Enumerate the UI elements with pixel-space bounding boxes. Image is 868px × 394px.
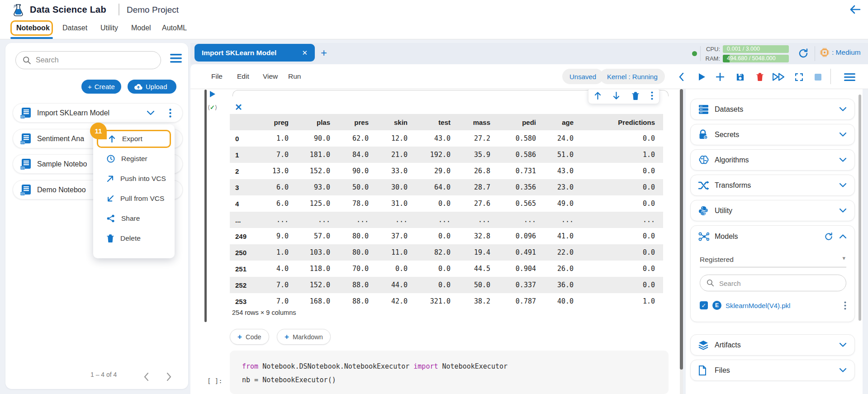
cell-more-options-icon[interactable]: [651, 91, 653, 100]
models-search[interactable]: [700, 275, 846, 291]
panel-section-artifacts[interactable]: Artifacts: [690, 334, 855, 356]
table-row: 01.090.062.012.043.027.20.58024.00.0: [230, 130, 663, 147]
output-close-icon[interactable]: ✕: [235, 102, 242, 113]
tab-close-icon[interactable]: ✕: [302, 49, 308, 57]
save-notebook-icon[interactable]: [733, 70, 747, 84]
delete-cell-trash-icon[interactable]: [753, 70, 767, 84]
python-icon: [698, 206, 709, 216]
chevron-down-icon: [840, 183, 846, 187]
table-cell: 192.0: [416, 147, 459, 163]
tab-title: Import SKLearn Model: [202, 49, 276, 57]
add-cell-icon[interactable]: [713, 70, 727, 84]
chevron-down-icon: [840, 209, 846, 213]
model-list-item: ✓ E SklearnModel(V4).pkl: [700, 296, 846, 314]
chevron-left-icon[interactable]: [674, 70, 688, 84]
main-scrollbar-thumb[interactable]: [680, 89, 683, 370]
unsaved-badge[interactable]: Unsaved: [562, 69, 603, 84]
column-header: Predictions: [582, 114, 663, 130]
chevron-down-icon[interactable]: [147, 111, 154, 115]
app-header: Data Science Lab Demo Project: [0, 0, 868, 19]
model-kebab-icon[interactable]: [844, 301, 846, 310]
create-button[interactable]: +Create: [81, 80, 121, 94]
table-cell: 1.0: [582, 147, 663, 163]
context-menu-share[interactable]: Share: [97, 209, 171, 228]
models-search-input[interactable]: [719, 278, 832, 289]
model-type-badge: E: [712, 301, 721, 310]
table-cell: ...: [459, 212, 498, 228]
panel-section-transforms[interactable]: Transforms: [690, 175, 855, 196]
move-cell-up-icon[interactable]: [594, 92, 601, 100]
fullscreen-icon[interactable]: [792, 70, 806, 84]
run-cell-icon[interactable]: [695, 70, 709, 84]
table-cell: 152.0: [297, 277, 338, 293]
context-menu-pull-vcs[interactable]: Pull from VCS: [97, 190, 171, 208]
table-cell: 0: [230, 130, 257, 147]
upload-button[interactable]: Upload: [128, 80, 176, 94]
panel-section-datasets[interactable]: Datasets: [690, 99, 855, 120]
table-cell: 321.0: [416, 293, 459, 309]
search-input[interactable]: [36, 55, 153, 66]
new-tab-icon[interactable]: +: [321, 47, 327, 59]
stop-kernel-icon[interactable]: [811, 70, 825, 84]
panel-scrollbar-thumb[interactable]: [859, 95, 861, 321]
refresh-resources-icon[interactable]: [798, 48, 809, 59]
cell-run-icon[interactable]: [209, 90, 216, 98]
context-menu-register[interactable]: Register: [97, 150, 171, 168]
kernel-status-badge[interactable]: Kernel : Running: [600, 69, 665, 84]
table-cell: 31.0: [377, 195, 416, 212]
delete-cell-icon[interactable]: [632, 92, 639, 100]
menu-edit[interactable]: Edit: [237, 72, 249, 81]
table-cell: 62.0: [338, 130, 377, 147]
table-cell: 42.0: [377, 293, 416, 309]
svg-text:</>: </>: [20, 115, 25, 118]
table-cell: 252: [230, 277, 257, 293]
sidebar-item-label: Import SKLearn Model: [37, 109, 109, 117]
run-all-icon[interactable]: [772, 70, 786, 84]
nav-tab-notebook[interactable]: Notebook: [16, 24, 50, 32]
model-file-link[interactable]: SklearnModel(V4).pkl: [726, 302, 790, 309]
model-checkbox[interactable]: ✓: [700, 301, 708, 309]
nav-tab-dataset[interactable]: Dataset: [62, 24, 87, 32]
context-menu-export[interactable]: 11 Export: [97, 130, 171, 148]
nav-tab-automl[interactable]: AutoML: [162, 24, 187, 32]
chevron-down-icon: [840, 368, 846, 372]
table-cell: 36.0: [544, 277, 582, 293]
models-refresh-icon[interactable]: [824, 232, 833, 241]
pagination-prev-icon[interactable]: [144, 373, 149, 381]
panel-section-files[interactable]: Files: [690, 360, 855, 381]
models-section-header[interactable]: Models: [691, 226, 854, 247]
panel-section-secrets[interactable]: Secrets: [690, 124, 855, 145]
main-scrollbar-track[interactable]: [680, 89, 683, 394]
menu-run[interactable]: Run: [288, 72, 301, 81]
add-code-cell-button[interactable]: +Code: [230, 329, 269, 345]
table-cell: 88.0: [338, 293, 377, 309]
pagination-next-icon[interactable]: [166, 373, 171, 381]
open-notebook-tab[interactable]: Import SKLearn Model ✕: [194, 44, 315, 62]
lock-icon: [698, 129, 709, 140]
sidebar-menu-icon[interactable]: [170, 54, 182, 63]
model-network-icon: [698, 232, 709, 241]
menu-view[interactable]: View: [263, 72, 278, 81]
kebab-menu-icon[interactable]: [169, 109, 171, 118]
panel-section-algorithms[interactable]: Algorithms: [690, 149, 855, 171]
chevron-up-icon[interactable]: [840, 234, 846, 238]
sidebar-item-import-sklearn-model[interactable]: </> Import SKLearn Model: [13, 103, 183, 123]
menu-file[interactable]: File: [211, 72, 223, 81]
panel-section-utility[interactable]: Utility: [690, 200, 855, 221]
move-cell-down-icon[interactable]: [613, 92, 620, 100]
instance-size-selector[interactable]: : Medium: [820, 48, 861, 57]
add-markdown-cell-button[interactable]: +Markdown: [277, 329, 331, 345]
context-menu-push-vcs[interactable]: Push into VCS: [97, 170, 171, 188]
model-type-select[interactable]: Registered ▾: [700, 254, 846, 267]
nav-tab-utility[interactable]: Utility: [100, 24, 118, 32]
sidebar-search[interactable]: [15, 51, 161, 69]
nav-tab-model[interactable]: Model: [131, 24, 151, 32]
context-menu-delete[interactable]: Delete: [97, 229, 171, 247]
column-header: pres: [338, 114, 377, 130]
table-cell: 0.0: [582, 195, 663, 212]
table-cell: 0.096: [498, 228, 544, 244]
back-arrow-icon[interactable]: [849, 3, 862, 16]
notebook-menu-icon[interactable]: [843, 70, 856, 84]
table-cell: 38.2: [459, 293, 498, 309]
code-cell-editor[interactable]: [230, 351, 669, 394]
